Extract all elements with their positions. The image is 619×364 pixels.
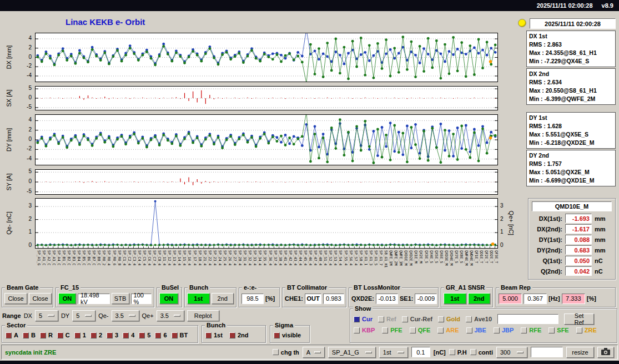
range-qe-minus-select[interactable]: 3.5	[112, 310, 139, 321]
show-kbp[interactable]: KBP	[354, 327, 375, 333]
show-ref[interactable]: Ref	[378, 316, 396, 322]
show-qfe[interactable]: QFE	[410, 327, 431, 333]
conti-checkbox[interactable]	[470, 349, 476, 355]
sigma-visible[interactable]: visible	[274, 332, 301, 338]
chg-th-toggle[interactable]: chg th	[273, 349, 299, 356]
threshold-display[interactable]: 0.1	[411, 347, 430, 357]
show-cur-ref[interactable]: Cur-Ref	[402, 316, 432, 322]
sector-5[interactable]: 5	[139, 332, 150, 338]
show-are[interactable]: ARE	[437, 327, 459, 333]
show-ave10-checkbox[interactable]	[466, 316, 472, 322]
sector-bt[interactable]: BT	[172, 332, 188, 338]
sector-bt-checkbox[interactable]	[172, 332, 178, 338]
show-zre[interactable]: ZRE	[576, 327, 597, 333]
show-cur[interactable]: Cur	[354, 316, 373, 322]
sector-5-checkbox[interactable]	[139, 332, 145, 338]
x-label-QF2E_T: QF2E_T	[484, 250, 489, 263]
charge-plot[interactable]	[35, 198, 498, 249]
interval-select[interactable]: 300	[496, 347, 527, 358]
beam-gate-close-button-2[interactable]: Close	[29, 293, 52, 304]
show-are-checkbox[interactable]	[437, 327, 444, 333]
bunch-number-value: 1st	[383, 349, 394, 356]
gr-a1-2nd-button[interactable]: 2nd	[468, 293, 491, 304]
sector-b[interactable]: B	[23, 332, 36, 338]
sector-c-checkbox[interactable]	[57, 332, 63, 338]
dx-orbit-plot[interactable]	[35, 33, 498, 82]
dy-orbit-plot[interactable]	[35, 114, 498, 165]
blank-input[interactable]	[531, 347, 563, 357]
monitor-row-label: DX(1st):	[531, 215, 562, 222]
sy-steering-plot[interactable]	[35, 169, 498, 195]
snapshot-button[interactable]	[597, 347, 614, 358]
monitor-select[interactable]: SP_A1_G	[328, 347, 376, 358]
sx-steering-plot[interactable]	[35, 86, 498, 110]
x-label-SP_18_4: SP_18_4	[198, 250, 202, 265]
bunch-1st[interactable]: 1st	[205, 332, 223, 338]
bunch-1st-button[interactable]: 1st	[187, 293, 210, 304]
resize-button[interactable]: resize	[566, 347, 594, 358]
show-ave10[interactable]: Ave10	[466, 316, 492, 322]
sector-r[interactable]: R	[40, 332, 53, 338]
show-ref-checkbox[interactable]	[378, 316, 384, 322]
sector-1[interactable]: 1	[74, 332, 86, 338]
show-jbe-checkbox[interactable]	[466, 327, 472, 333]
bunch-2nd-checkbox[interactable]	[229, 332, 235, 338]
sigma-visible-checkbox[interactable]	[274, 332, 280, 338]
bunch-2nd[interactable]: 2nd	[229, 332, 249, 338]
sector-6-checkbox[interactable]	[155, 332, 161, 338]
show-jbp[interactable]: JBP	[494, 327, 514, 333]
show-gold[interactable]: Gold	[438, 316, 460, 322]
sector-2[interactable]: 2	[90, 332, 102, 338]
range-dy-select[interactable]: 5	[72, 310, 95, 321]
show-cur-checkbox[interactable]	[354, 316, 360, 322]
range-label: Range	[2, 312, 21, 319]
show-pfe-checkbox[interactable]	[382, 327, 388, 333]
ref-name-input[interactable]	[497, 314, 558, 324]
fc15-stb-button[interactable]: STB	[112, 293, 129, 304]
show-rfe[interactable]: RFE	[521, 327, 541, 333]
monitor-name[interactable]: QMD10E_M	[532, 201, 612, 211]
show-kbp-checkbox[interactable]	[354, 327, 360, 333]
scope-select[interactable]: A	[303, 347, 325, 358]
sector-a-checkbox[interactable]	[6, 332, 12, 338]
sector-a[interactable]: A	[6, 332, 18, 338]
bunch-2nd-button[interactable]: 2nd	[212, 293, 234, 304]
sigma-group: Sigma visible	[270, 325, 310, 343]
show-gold-checkbox[interactable]	[438, 316, 444, 322]
show-jbe[interactable]: JBE	[466, 327, 486, 333]
conti-toggle[interactable]: conti	[470, 349, 493, 356]
show-qfe-checkbox[interactable]	[410, 327, 416, 333]
show-sfe-checkbox[interactable]	[548, 327, 555, 333]
show-pfe[interactable]: PFE	[382, 327, 402, 333]
show-jbp-checkbox[interactable]	[494, 327, 500, 333]
sector-3[interactable]: 3	[107, 332, 118, 338]
beam-gate-close-button-1[interactable]: Close	[4, 293, 27, 304]
sector-4[interactable]: 4	[123, 332, 134, 338]
show-zre-checkbox[interactable]	[576, 327, 582, 333]
range-qe-plus-select[interactable]: 3.5	[157, 310, 184, 321]
show-sfe[interactable]: SFE	[548, 327, 568, 333]
chg-th-checkbox[interactable]	[273, 349, 279, 355]
x-label-SP_C8_4: SP_C8_4	[157, 250, 162, 265]
sector-4-checkbox[interactable]	[123, 332, 129, 338]
show-rfe-checkbox[interactable]	[521, 327, 527, 333]
q-ytick-3: 3	[15, 203, 32, 209]
sector-1-checkbox[interactable]	[74, 332, 80, 338]
sector-b-checkbox[interactable]	[23, 332, 29, 338]
busel-on-button[interactable]: ON	[159, 293, 178, 304]
sector-2-checkbox[interactable]	[90, 332, 97, 338]
sector-3-checkbox[interactable]	[107, 332, 113, 338]
set-ref-button[interactable]: Set Ref	[564, 314, 594, 325]
show-cur-ref-checkbox[interactable]	[402, 316, 408, 322]
fc15-on-button[interactable]: ON	[58, 293, 76, 304]
sector-r-checkbox[interactable]	[40, 332, 46, 338]
replot-button[interactable]: Replot	[187, 310, 219, 321]
bunch-number-select[interactable]: 1st	[379, 347, 408, 358]
bunch-1st-checkbox[interactable]	[205, 332, 212, 338]
ph-checkbox[interactable]	[449, 349, 455, 355]
sector-6[interactable]: 6	[155, 332, 167, 338]
range-dx-select[interactable]: 5	[35, 310, 58, 321]
gr-a1-1st-button[interactable]: 1st	[444, 293, 466, 304]
ph-toggle[interactable]: P.H	[449, 349, 467, 356]
sector-c[interactable]: C	[57, 332, 70, 338]
